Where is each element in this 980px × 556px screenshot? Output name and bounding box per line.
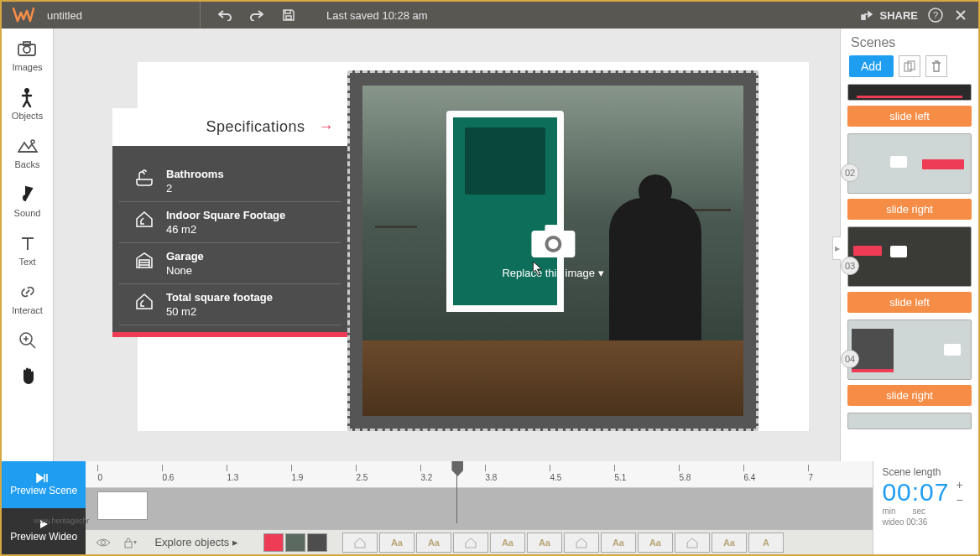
scene-number: 04 — [841, 350, 859, 368]
canvas-area[interactable]: Replace this image ▾ Specifications → Ba… — [54, 29, 840, 461]
layer-item[interactable]: Aa — [601, 533, 636, 553]
help-button[interactable]: ? — [928, 8, 943, 23]
tool-interact[interactable]: Interact — [12, 282, 43, 315]
ruler-tick: 5.1 — [614, 461, 679, 482]
tool-sound[interactable]: Sound — [14, 184, 41, 218]
tool-pan[interactable] — [18, 366, 38, 386]
scene-list[interactable]: slide left 02 slide right 03 slide left … — [841, 84, 978, 465]
scene-thumbnail[interactable] — [847, 133, 972, 194]
ruler-tick: 0 — [97, 461, 162, 482]
save-button[interactable] — [281, 8, 296, 23]
svg-point-14 — [102, 540, 106, 544]
visibility-toggle[interactable] — [94, 534, 112, 551]
ruler-tick: 1.9 — [291, 461, 356, 482]
tool-text[interactable]: Text — [18, 233, 38, 267]
document-title[interactable]: untitled — [47, 9, 82, 22]
object-bar: ▾ Explore objects ▸ Aa Aa Aa Aa Aa Aa Aa… — [86, 529, 873, 554]
scene-item[interactable]: 04 slide right — [847, 320, 972, 406]
canvas-stage[interactable]: Replace this image ▾ Specifications → Ba… — [138, 62, 809, 431]
ruler-tick: 6.4 — [743, 461, 808, 482]
scenes-panel: Scenes Add slide left 02 slide right 03 … — [840, 29, 978, 465]
layer-item[interactable] — [564, 533, 599, 553]
redo-button[interactable] — [249, 8, 264, 23]
image-placeholder[interactable]: Replace this image ▾ — [347, 70, 758, 431]
scene-length-panel: Scene length 00:07 + − min sec wideo 00:… — [873, 461, 978, 554]
ruler-tick: 0.6 — [162, 461, 227, 482]
ruler-tick: 2.5 — [356, 461, 420, 482]
layer-item[interactable]: Aa — [527, 533, 562, 553]
person-icon — [17, 87, 37, 107]
scene-item[interactable]: slide left — [847, 84, 972, 127]
tool-zoom[interactable] — [18, 330, 38, 351]
decrease-length-button[interactable]: − — [956, 493, 963, 507]
preview-wideo-button[interactable]: Preview Wideo — [2, 508, 86, 555]
replace-image-button[interactable]: Replace this image ▾ — [502, 222, 603, 279]
share-button[interactable]: SHARE — [861, 9, 918, 22]
scene-number: 02 — [841, 164, 859, 182]
layer-item[interactable]: Aa — [416, 533, 451, 553]
svg-point-11 — [548, 239, 558, 249]
collapse-panel-handle[interactable]: ▶ — [832, 236, 841, 260]
delete-scene-button[interactable] — [925, 55, 947, 77]
garage-icon — [134, 250, 154, 270]
scene-item[interactable]: 02 slide right — [847, 133, 972, 220]
layer-item[interactable]: A — [748, 533, 784, 553]
add-scene-button[interactable]: Add — [849, 55, 894, 77]
ruler-tick: 1.3 — [227, 461, 291, 482]
cursor-icon — [532, 261, 544, 276]
specifications-panel[interactable]: Specifications → Bathrooms2 Indoor Squar… — [112, 108, 347, 337]
increase-length-button[interactable]: + — [956, 478, 963, 491]
scene-item[interactable] — [847, 413, 972, 429]
scene-transition[interactable]: slide right — [847, 385, 972, 406]
layer-item[interactable] — [453, 533, 488, 553]
svg-rect-15 — [125, 542, 132, 548]
house-area-icon — [134, 209, 154, 229]
last-saved-text: Last saved 10:28 am — [326, 9, 428, 22]
layer-item[interactable]: Aa — [638, 533, 673, 553]
bathtub-icon — [134, 168, 154, 188]
svg-point-6 — [31, 140, 34, 143]
explore-objects-label[interactable]: Explore objects ▸ — [154, 536, 238, 548]
scene-transition[interactable]: slide right — [847, 199, 972, 220]
scene-thumbnail[interactable] — [847, 84, 972, 101]
layer-item[interactable] — [342, 533, 378, 553]
layer-item[interactable]: Aa — [712, 533, 747, 553]
duplicate-scene-button[interactable] — [899, 55, 920, 77]
music-note-icon — [18, 184, 38, 205]
scene-thumbnail[interactable] — [847, 320, 972, 380]
object-thumb[interactable] — [285, 533, 305, 552]
scene-thumbnail[interactable] — [847, 226, 972, 287]
scene-thumbnail[interactable] — [847, 413, 972, 429]
timeline-ruler[interactable]: 0 0.6 1.3 1.9 2.5 3.2 3.8 4.5 5.1 5.8 6.… — [86, 461, 873, 488]
tool-images[interactable]: Images — [12, 39, 42, 72]
tool-objects[interactable]: Objects — [12, 87, 43, 121]
layer-item[interactable]: Aa — [379, 533, 414, 553]
undo-button[interactable] — [217, 8, 232, 23]
scene-number: 03 — [841, 257, 859, 275]
ruler-tick: 7 — [808, 461, 873, 482]
bottom-panel: Preview Scene Preview Wideo 0 0.6 1.3 1.… — [2, 461, 978, 554]
svg-rect-9 — [545, 225, 561, 233]
camera-icon — [17, 39, 37, 59]
preview-scene-button[interactable]: Preview Scene — [2, 461, 86, 508]
timeline-track[interactable] — [86, 488, 873, 529]
close-button[interactable] — [953, 8, 968, 23]
scenes-title: Scenes — [841, 29, 978, 55]
color-swatch[interactable] — [263, 533, 284, 552]
text-icon — [18, 233, 38, 253]
spec-row: GarageNone — [119, 243, 341, 284]
arrow-right-icon: → — [319, 118, 335, 136]
ruler-tick: 5.8 — [679, 461, 743, 482]
layer-item[interactable] — [675, 533, 710, 553]
tool-backs[interactable]: Backs — [15, 136, 40, 169]
scene-item[interactable]: 03 slide left — [847, 226, 972, 313]
lock-toggle[interactable]: ▾ — [121, 534, 139, 551]
scene-transition[interactable]: slide left — [847, 106, 972, 127]
layer-item[interactable]: Aa — [490, 533, 525, 553]
color-swatch[interactable] — [307, 533, 327, 552]
timeline-clip[interactable] — [97, 491, 148, 520]
scene-transition[interactable]: slide left — [847, 292, 972, 313]
zoom-icon — [18, 330, 38, 351]
total-length: wideo 00:36 — [882, 517, 970, 527]
timeline[interactable]: 0 0.6 1.3 1.9 2.5 3.2 3.8 4.5 5.1 5.8 6.… — [86, 461, 873, 554]
